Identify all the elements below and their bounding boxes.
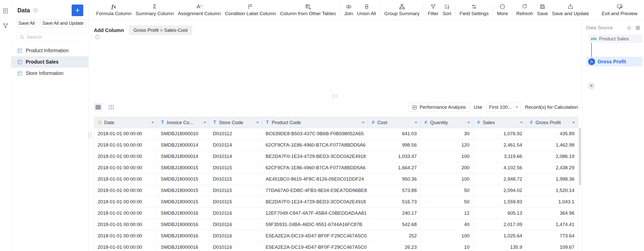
formula-step-chip[interactable]: Gross Profit = Sales-Cost <box>129 25 192 35</box>
text-type-icon: T <box>160 120 165 125</box>
cell-cost: 542.68 <box>368 219 421 230</box>
column-header-sales[interactable]: # Sales <box>473 117 526 128</box>
performance-analysis-button[interactable]: Performance Analysis <box>408 103 470 112</box>
column-dropdown-icon[interactable] <box>520 122 523 123</box>
add-step-button[interactable]: + <box>588 82 595 89</box>
search-box[interactable] <box>16 33 92 41</box>
toolbar-join[interactable]: Join <box>344 3 353 16</box>
toolbar-field-settings[interactable]: Field Settings <box>460 3 489 16</box>
table-view-icon[interactable] <box>94 103 102 111</box>
cell-date: 2018-01-01 00:00:00 <box>94 208 157 219</box>
toolbar-save-and-update[interactable]: Save and Update <box>552 3 589 16</box>
toolbar-condition-label-column[interactable]: Condition Label Column <box>225 3 276 16</box>
toolbar-formula-column[interactable]: fx Formula Column <box>96 3 131 16</box>
toolbar-refresh[interactable]: Refresh <box>516 3 533 16</box>
cell-sales: 135.9 <box>473 242 526 251</box>
table-row[interactable]: 2018-01-01 00:00:00 SMDBJ18000015 D01011… <box>94 185 578 196</box>
sidebar-item-product-information[interactable]: Product Information <box>11 45 88 56</box>
main-edit-area: Add Column Gross Profit = Sales-Cost Per… <box>89 20 582 251</box>
table-row[interactable]: 2018-01-01 00:00:00 SMDBJ18000016 D01011… <box>94 242 578 251</box>
performance-analysis-label: Performance Analysis <box>419 104 466 110</box>
cell-product-code: AE451BC0-8615-4F8C-8126-05E0C01DDF24 <box>262 174 368 185</box>
number-type-icon: # <box>424 120 428 125</box>
field-settings-icon <box>471 3 477 10</box>
edit-toolbar: fx Formula Column Σ Summary Column A+ As… <box>89 0 644 20</box>
number-type-icon: # <box>476 120 481 125</box>
column-header-date[interactable]: Date <box>94 117 157 128</box>
toolbar-column-from-other-tables[interactable]: Column from Other Tables <box>280 3 336 16</box>
table-row[interactable]: 2018-01-01 00:00:00 SMDBJ18000015 D01011… <box>94 174 578 185</box>
toolbar-more[interactable]: More <box>497 3 508 16</box>
text-type-icon: T <box>265 120 270 125</box>
column-dropdown-icon[interactable] <box>256 122 259 123</box>
dataset-list-icon[interactable] <box>2 8 9 14</box>
search-input[interactable] <box>27 34 89 40</box>
cell-gross-profit: 773.64 <box>526 230 578 242</box>
table-row[interactable]: 2018-01-01 00:00:00 SMDBJ18000010 D01011… <box>94 128 578 140</box>
toolbar-exit-and-preview[interactable]: Exit and Preview <box>602 3 637 16</box>
overview-icon[interactable] <box>635 25 640 31</box>
toolbar-sort[interactable]: Sort <box>442 3 451 16</box>
table-row[interactable]: 2018-01-01 00:00:00 SMDBJ18000015 D01011… <box>94 162 578 174</box>
toolbar-filter[interactable]: Filter <box>428 3 438 16</box>
toolbar-label: Condition Label Column <box>225 11 276 16</box>
table-vertical-scrollbar[interactable] <box>579 128 581 185</box>
table-row[interactable]: 2018-01-01 00:00:00 SMDBJ18000014 D01011… <box>94 140 578 151</box>
xls-file-icon: xls <box>591 37 597 41</box>
record-count-select[interactable]: First 100... <box>486 103 521 112</box>
toolbar-save[interactable]: Save <box>537 3 548 16</box>
column-header-gross-profit[interactable]: # Gross Profit <box>526 117 578 128</box>
toolbar-label: Join <box>344 11 353 16</box>
locate-icon[interactable] <box>626 25 632 31</box>
sidebar-item-store-information[interactable]: Store Information <box>11 68 88 79</box>
date-type-icon <box>97 120 102 125</box>
cell-date: 2018-01-01 00:00:00 <box>94 230 157 242</box>
column-label: Store Code <box>219 120 243 125</box>
sidebar-item-label: Product Sales <box>26 59 59 65</box>
column-header-invoice-code[interactable]: T Invoice Co... <box>157 117 209 128</box>
data-connection-icon[interactable] <box>2 22 9 29</box>
toolbar-assignment-column[interactable]: A+ Assignment Column <box>178 3 221 16</box>
toolbar-separator <box>493 4 493 15</box>
cell-cost: 516.73 <box>368 196 421 208</box>
save-all-button[interactable]: Save All <box>16 19 37 27</box>
toolbar-group-summary[interactable]: Group Summary <box>384 3 419 16</box>
table-row[interactable]: 2018-01-01 00:00:00 SMDBJ18000016 D01011… <box>94 230 578 242</box>
add-column-row: Add Column Gross Profit = Sales-Cost <box>94 25 582 35</box>
column-dropdown-icon[interactable] <box>362 122 365 123</box>
cell-cost: 950.36 <box>368 174 421 185</box>
table-row[interactable]: 2018-01-01 00:00:00 SMDBJ18000015 D01011… <box>94 196 578 208</box>
filter-icon <box>430 3 436 10</box>
performance-analysis-icon <box>412 105 417 110</box>
search-options-icon[interactable] <box>95 34 100 40</box>
save-all-and-update-button[interactable]: Save All and Update <box>40 19 86 27</box>
toolbar-union-all[interactable]: Union All <box>357 3 376 16</box>
column-dropdown-icon[interactable] <box>572 122 575 123</box>
group-summary-icon <box>399 3 405 10</box>
table-row[interactable]: 2018-01-01 00:00:00 SMDBJ18000016 D01011… <box>94 219 578 230</box>
column-header-cost[interactable]: # Cost <box>368 117 421 128</box>
cell-invoice-code: SMDBJ18000015 <box>157 162 209 174</box>
sidebar-item-product-sales[interactable]: Product Sales <box>11 56 88 68</box>
table-row[interactable]: 2018-01-01 00:00:00 SMDBJ18000014 D01011… <box>94 151 578 162</box>
column-header-quantity[interactable]: # Quantity <box>421 117 473 128</box>
formula-step-node[interactable]: fx Gross Profit <box>586 57 642 66</box>
column-dropdown-icon[interactable] <box>415 122 417 123</box>
column-header-store-code[interactable]: T Store Code <box>209 117 262 128</box>
column-dropdown-icon[interactable] <box>151 122 154 123</box>
cell-store-code: D010114 <box>209 151 262 162</box>
canvas-splitter-handle[interactable] <box>332 95 337 98</box>
column-dropdown-icon[interactable] <box>204 122 206 123</box>
source-table-node[interactable]: xls Product Sales <box>588 35 642 43</box>
field-view-icon[interactable] <box>107 103 116 111</box>
add-dataset-button[interactable]: + <box>72 5 83 16</box>
toolbar-separator <box>340 4 340 15</box>
column-header-product-code[interactable]: T Product Code <box>262 117 368 128</box>
row-drag-handle[interactable] <box>89 132 92 137</box>
toolbar-label: Sort <box>442 11 451 16</box>
cell-invoice-code: SMDBJ18000015 <box>157 196 209 208</box>
toolbar-summary-column[interactable]: Σ Summary Column <box>135 3 174 16</box>
column-dropdown-icon[interactable] <box>467 122 470 123</box>
table-row[interactable]: 2018-01-01 00:00:00 SMDBJ18000016 D01011… <box>94 208 578 219</box>
collapse-panel-icon[interactable] <box>33 8 38 13</box>
